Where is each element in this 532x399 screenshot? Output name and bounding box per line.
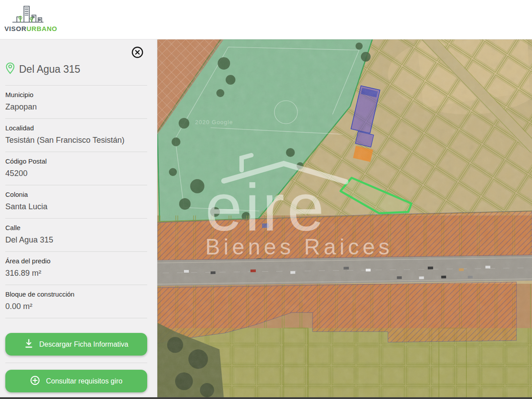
download-ficha-label: Descargar Ficha Informativa (39, 340, 129, 348)
field-value: Santa Lucia (5, 202, 147, 212)
field-colonia: Colonia Santa Lucia (5, 185, 147, 219)
page-title: Del Agua 315 (19, 63, 80, 75)
field-bloque-construccion: Bloque de construcción 0.00 m² (5, 285, 147, 318)
field-label: Municipio (5, 90, 147, 99)
requisitos-button-row: Consultar requisitos giro (5, 363, 147, 392)
city-skyline-icon (4, 4, 44, 24)
watermark-brand: eire (205, 170, 327, 245)
field-value: Zapopan (5, 102, 147, 112)
field-label: Calle (5, 223, 147, 232)
field-area-predio: Área del predio 316.89 m² (5, 252, 147, 285)
field-localidad: Localidad Tesistán (San Francisco Tesist… (5, 119, 147, 152)
close-button[interactable] (131, 46, 144, 59)
field-value: Tesistán (San Francisco Tesistán) (5, 135, 147, 145)
field-value: 0.00 m² (5, 301, 147, 312)
field-value: Del Agua 315 (5, 235, 147, 245)
field-label: Código Postal (5, 157, 147, 165)
property-info-panel: Del Agua 315 Municipio Zapopan Localidad… (0, 39, 157, 399)
watermark-subtitle: Bienes Raices (205, 235, 393, 259)
download-ficha-button[interactable]: Descargar Ficha Informativa (5, 333, 147, 356)
field-calle: Calle Del Agua 315 (5, 219, 147, 252)
top-header-bar: VISORURBANO (0, 0, 532, 39)
field-label: Bloque de construcción (5, 290, 147, 298)
plus-circle-icon (30, 376, 40, 387)
download-button-row: Descargar Ficha Informativa (5, 318, 147, 363)
close-icon (131, 53, 144, 60)
visor-urbano-logo[interactable]: VISORURBANO (4, 4, 57, 32)
panel-header: Del Agua 315 (5, 39, 147, 86)
location-pin-icon (5, 62, 15, 76)
field-municipio: Municipio Zapopan (5, 86, 147, 119)
field-codigo-postal: Código Postal 45200 (5, 152, 147, 185)
field-label: Área del predio (5, 257, 147, 265)
field-label: Colonia (5, 190, 147, 199)
consultar-requisitos-button[interactable]: Consultar requisitos giro (5, 370, 147, 392)
field-value: 45200 (5, 168, 147, 179)
logo-wordmark: VISORURBANO (4, 25, 57, 32)
field-value: 316.89 m² (5, 268, 147, 278)
consultar-requisitos-label: Consultar requisitos giro (46, 377, 123, 385)
field-label: Localidad (5, 124, 147, 132)
satellite-map[interactable]: eire Bienes Raices 2020 Google (157, 39, 532, 399)
download-icon (24, 339, 33, 350)
map-attribution: 2020 Google (195, 119, 233, 125)
bottom-edge-bar (0, 397, 532, 399)
